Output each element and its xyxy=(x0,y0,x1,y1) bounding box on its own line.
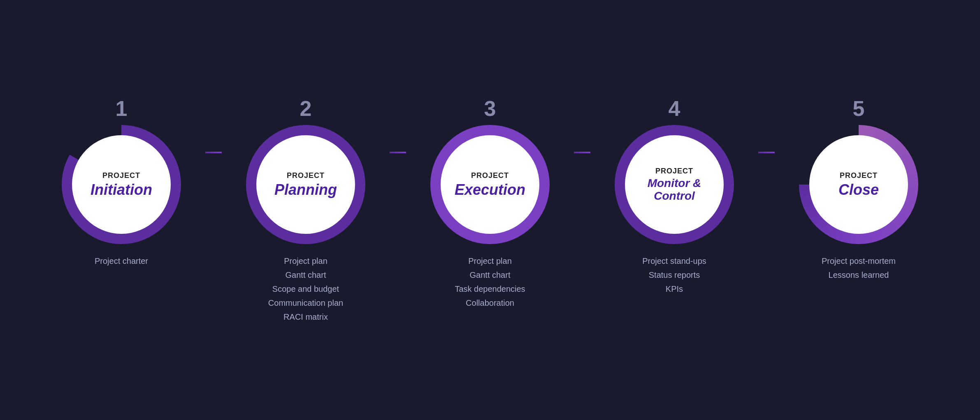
circle-outer-planning: PROJECTPlanning xyxy=(246,125,365,244)
phase-number-monitor: 4 xyxy=(669,96,680,121)
phase-initiation: 1PROJECTInitiationProject charter xyxy=(37,96,205,303)
phase-connector xyxy=(758,152,775,153)
items-list-initiation: Project charter xyxy=(95,254,148,303)
circle-inner-execution: PROJECTExecution xyxy=(441,135,539,234)
phase-number-initiation: 1 xyxy=(116,96,128,121)
list-item: Scope and budget xyxy=(268,282,343,296)
phase-label-top-close: PROJECT xyxy=(840,171,878,180)
list-item: Collaboration xyxy=(455,296,525,310)
circle-inner-monitor: PROJECTMonitor & Control xyxy=(625,135,724,234)
circle-outer-monitor: PROJECTMonitor & Control xyxy=(615,125,734,244)
phase-planning: 2PROJECTPlanningProject planGantt chartS… xyxy=(222,96,390,324)
circle-outer-initiation: PROJECTInitiation xyxy=(62,125,181,244)
list-item: Project stand-ups xyxy=(642,254,706,268)
diagram-container: 1PROJECTInitiationProject charter2PROJEC… xyxy=(37,96,943,324)
list-item: Status reports xyxy=(642,268,706,282)
phase-number-execution: 3 xyxy=(484,96,496,121)
phase-label-main-execution: Execution xyxy=(455,182,525,198)
list-item: Gantt chart xyxy=(268,268,343,282)
circle-inner-initiation: PROJECTInitiation xyxy=(72,135,171,234)
phase-label-top-execution: PROJECT xyxy=(471,171,509,180)
phase-label-top-monitor: PROJECT xyxy=(655,167,693,175)
list-item: Project charter xyxy=(95,254,148,268)
list-item: Project plan xyxy=(455,254,525,268)
list-item: Project plan xyxy=(268,254,343,268)
phase-monitor: 4PROJECTMonitor & ControlProject stand-u… xyxy=(590,96,758,303)
circle-inner-planning: PROJECTPlanning xyxy=(256,135,355,234)
list-item: KPIs xyxy=(642,282,706,296)
phase-label-top-planning: PROJECT xyxy=(287,171,325,180)
phase-label-main-monitor: Monitor & Control xyxy=(633,177,715,203)
phase-number-planning: 2 xyxy=(300,96,312,121)
phase-connector xyxy=(574,152,590,153)
phase-connector xyxy=(390,152,406,153)
phase-number-close: 5 xyxy=(853,96,865,121)
phase-connector xyxy=(205,152,222,153)
phase-label-main-close: Close xyxy=(838,182,879,198)
list-item: RACI matrix xyxy=(268,310,343,324)
list-item: Communication plan xyxy=(268,296,343,310)
list-item: Gantt chart xyxy=(455,268,525,282)
phase-label-main-initiation: Initiation xyxy=(91,182,152,198)
phase-close: 5PROJECTCloseProject post-mortemLessons … xyxy=(775,96,943,303)
circle-outer-close: PROJECTClose xyxy=(799,125,918,244)
items-list-planning: Project planGantt chartScope and budgetC… xyxy=(268,254,343,324)
items-list-monitor: Project stand-upsStatus reportsKPIs xyxy=(642,254,706,303)
phase-label-top-initiation: PROJECT xyxy=(102,171,140,180)
circle-outer-execution: PROJECTExecution xyxy=(430,125,550,244)
phase-execution: 3PROJECTExecutionProject planGantt chart… xyxy=(406,96,574,310)
list-item: Project post-mortem xyxy=(822,254,896,268)
items-list-execution: Project planGantt chartTask dependencies… xyxy=(455,254,525,310)
phase-label-main-planning: Planning xyxy=(274,182,337,198)
list-item: Lessons learned xyxy=(822,268,896,282)
items-list-close: Project post-mortemLessons learned xyxy=(822,254,896,303)
circle-inner-close: PROJECTClose xyxy=(809,135,908,234)
list-item: Task dependencies xyxy=(455,282,525,296)
